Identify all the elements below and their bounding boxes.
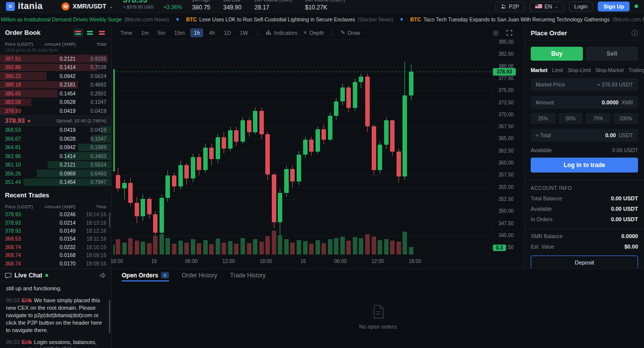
timeframe-1m[interactable]: 1m (138, 28, 152, 37)
candle (216, 137, 220, 160)
bid-row[interactable]: 364.810.09420.1989 (0, 143, 111, 152)
trade-price: 378.93 (5, 228, 39, 234)
status-dot (635, 4, 638, 8)
fullscreen-icon[interactable] (506, 30, 512, 36)
exchange-app: ≡ itania M XMR/USDT ⌄ 378.93 ≈ $378.93 U… (0, 0, 644, 348)
language-selector[interactable]: EN ⌄ (530, 1, 564, 11)
current-price-line (113, 72, 493, 72)
market-price-field[interactable]: Market Price ≈ 378.93 USDT (531, 78, 638, 91)
timeframe-5m[interactable]: 5m (154, 28, 168, 37)
order-type-trailing stop[interactable]: Trailing Stop (628, 67, 644, 73)
column-header: Amount (XMR) (39, 204, 76, 209)
ask-row[interactable]: 397.510.21210.9155 (0, 54, 111, 63)
sound-icon[interactable] (100, 272, 106, 278)
bid-row[interactable]: 368.530.04190.0419 (0, 126, 111, 135)
candle (322, 129, 326, 140)
chat-timestamp: 05:03 (6, 339, 20, 345)
candle (191, 157, 195, 178)
timeframe-15m[interactable]: 15m (171, 28, 188, 37)
ask-row[interactable]: 378.930.04190.0419 (0, 106, 111, 115)
trade-amount: 0.0246 (39, 211, 76, 217)
bid-row[interactable]: 361.100.21210.5524 (0, 161, 111, 170)
buy-tab[interactable]: Buy (531, 47, 583, 61)
amount-field[interactable]: Amount 0.0000XMR (531, 96, 638, 109)
ask-row[interactable]: 392.860.14140.7038 (0, 63, 111, 72)
orders-tabs: Open Orders0Order HistoryTrade History (112, 269, 644, 282)
bid-row[interactable]: 351.440.14540.7947 (0, 178, 111, 187)
orderbook-mode-bids-icon[interactable] (85, 29, 94, 36)
volume-bar (328, 239, 332, 255)
price-cell: 392.86 (5, 64, 39, 70)
trades-scrollbar[interactable] (109, 212, 110, 227)
chat-login-link[interactable]: Log in to chat (0, 345, 111, 348)
percent-button-75[interactable]: 75% (586, 113, 611, 124)
percent-button-25[interactable]: 25% (531, 113, 556, 124)
volume-bar (303, 241, 308, 255)
volume-bar (191, 239, 195, 255)
news-item[interactable]: BTCTaco Tech Tuesday Expands to San Juan… (410, 16, 644, 22)
order-type-stop-limit[interactable]: Stop-Limit (567, 67, 591, 73)
news-item[interactable]: 7 Million as Institutional Demand Drives… (0, 16, 169, 22)
orderbook-mode-asks-icon[interactable] (97, 29, 106, 36)
percent-button-50[interactable]: 50% (559, 113, 583, 124)
tab-trade-history[interactable]: Trade History (230, 269, 266, 281)
ask-row[interactable]: 385.650.14540.2501 (0, 89, 111, 98)
account-row: Total Balance0.00 USDT (531, 195, 638, 201)
volume-bar (372, 237, 376, 255)
timeframe-1D[interactable]: 1D (221, 28, 235, 37)
login-button[interactable]: Login (569, 1, 593, 11)
p2p-button[interactable]: P2P (495, 1, 525, 11)
draw-button[interactable]: ✎ Draw (338, 29, 362, 36)
info-icon[interactable]: i (632, 30, 638, 36)
depth-button[interactable]: × Depth (302, 29, 326, 36)
bid-row[interactable]: 362.960.14140.3403 (0, 152, 111, 161)
chat-username: Erik (22, 297, 32, 303)
candlestick-plot[interactable] (113, 40, 493, 255)
indicators-button[interactable]: Indicators (264, 30, 300, 36)
trade-price: 378.93 (5, 211, 39, 217)
timeframe-1h[interactable]: 1h (190, 28, 203, 37)
candle (284, 169, 289, 193)
brand-logo[interactable]: ≡ itania (6, 1, 43, 11)
candle (222, 137, 226, 149)
gridline (113, 187, 493, 188)
candle (128, 183, 133, 203)
timeframe-4h[interactable]: 4h (205, 28, 218, 37)
price-tick: 377.50 (498, 76, 514, 81)
candle (209, 148, 214, 159)
candle (265, 134, 270, 175)
tab-open-orders[interactable]: Open Orders0 (122, 269, 169, 281)
us-flag-icon (535, 4, 542, 8)
account-row-label: Est. Value (531, 244, 554, 250)
pair-selector[interactable]: M XMR/USDT ⌄ (62, 2, 113, 10)
news-item[interactable]: BTCLexe Uses LDK to Run Self-Custodial L… (186, 16, 394, 22)
volume-bar (178, 241, 183, 255)
volume-bar (278, 235, 282, 255)
sell-tab[interactable]: Sell (586, 47, 638, 61)
total-field[interactable]: ≈ Total 0.00USDT (531, 129, 638, 142)
chart-settings-icon[interactable]: ◎ (493, 29, 498, 36)
ask-row[interactable]: 383.580.06280.1047 (0, 98, 111, 107)
order-type-stop-market[interactable]: Stop-Market (595, 67, 624, 73)
deposit-button[interactable]: Deposit (531, 256, 638, 269)
diamond-separator-icon: ◆ (400, 17, 403, 21)
percent-button-100[interactable]: 100% (614, 113, 639, 124)
login-to-trade-button[interactable]: Log in to trade (531, 158, 638, 173)
tab-order-history[interactable]: Order History (182, 269, 217, 281)
orderbook-mode-both-icon[interactable] (74, 29, 82, 36)
order-type-limit[interactable]: Limit (552, 67, 563, 73)
bid-row[interactable]: 366.670.06280.1047 (0, 134, 111, 143)
bid-row[interactable]: 356.260.09690.6493 (0, 169, 111, 178)
ask-row[interactable]: 388.180.21810.4682 (0, 81, 111, 89)
time-tick: 18:00 (259, 259, 272, 264)
signup-button[interactable]: Sign Up (598, 1, 630, 11)
order-type-market[interactable]: Market (531, 67, 548, 73)
timeframe-1W[interactable]: 1W (237, 28, 252, 37)
time-axis[interactable]: 18:001606:0012:0018:001606:0012:0018:00 (112, 256, 493, 267)
ask-row[interactable]: 390.220.09420.5624 (0, 72, 111, 81)
chat-messages[interactable]: still up and functioning.05:03ErikWe hav… (0, 282, 111, 348)
chat-scrollbar[interactable] (109, 300, 110, 334)
percent-buttons: 25%50%75%100% (531, 113, 638, 124)
trade-time: 18:13:16 (76, 220, 106, 226)
language-label: EN (545, 3, 552, 9)
